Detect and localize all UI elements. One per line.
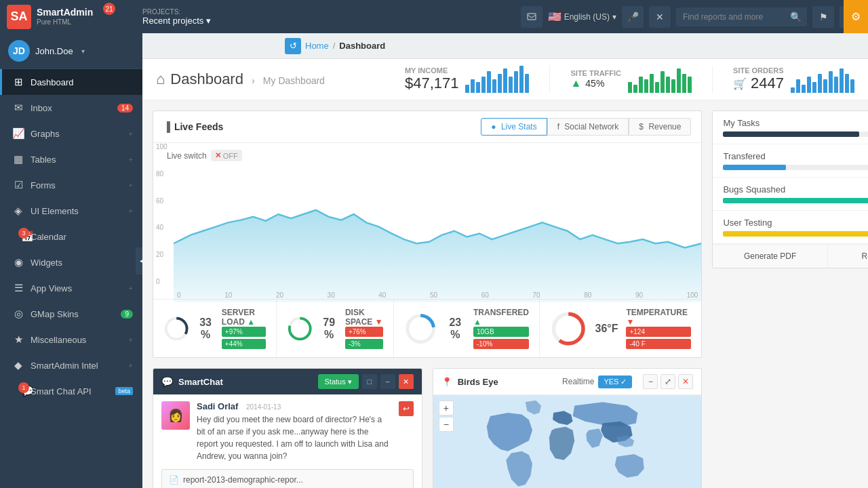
brand-sub: Pure HTML xyxy=(37,18,93,26)
sidebar-item-widgets[interactable]: ◉ Widgets xyxy=(0,249,142,275)
realtime-yes-btn[interactable]: YES ✓ xyxy=(598,375,632,388)
page-title: Dashboard › My Dashboard xyxy=(170,70,325,88)
map-header: 📍 Birds Eye Realtime YES ✓ − xyxy=(433,369,702,395)
cart-icon: 🛒 xyxy=(733,77,747,90)
ui-icon: ◈ xyxy=(12,205,25,217)
microphone-icon[interactable]: 🎤 xyxy=(622,6,644,28)
map-body: + − xyxy=(433,395,702,488)
home-link[interactable]: Home xyxy=(305,41,329,51)
bugs-progress xyxy=(723,198,868,203)
sidebar-item-smartadmin-intel[interactable]: ◆ SmartAdmin Intel + xyxy=(0,352,142,378)
projects-area: 21 PROJECTS: Recent projects ▾ xyxy=(142,8,517,26)
tables-icon: ▦ xyxy=(12,153,25,165)
bookmark-icon[interactable]: ⚑ xyxy=(812,6,834,28)
tab-pills: ● Live Stats f Social Network $ Revenue xyxy=(481,118,691,136)
sidebar-nav: ⊞ Dashboard ✉ Inbox 14 📈 Graphs + ▦ Tabl… xyxy=(0,69,142,404)
chat-controls: Status ▾ □ − ✕ xyxy=(318,374,414,389)
y-axis: 100 80 60 40 20 0 xyxy=(153,143,174,285)
inbox-notification[interactable] xyxy=(521,6,542,28)
map-zoom: + − xyxy=(439,401,454,432)
x-axis: 0 10 20 30 40 50 60 70 80 90 100 xyxy=(174,291,701,299)
projects-badge: 21 xyxy=(103,3,115,15)
line-chart xyxy=(174,143,701,302)
chat-header: 💬 SmartChat Status ▾ □ − ✕ xyxy=(153,369,422,394)
bar-chart-icon: ▐ xyxy=(163,121,170,132)
generate-pdf-btn[interactable]: Generate PDF xyxy=(713,245,828,268)
sidebar-item-ui-elements[interactable]: ◈ UI Elements + xyxy=(0,198,142,224)
sidebar-item-app-views[interactable]: ☰ App Views + xyxy=(0,275,142,301)
switch-off[interactable]: ✕ OFF xyxy=(211,150,242,161)
page-stats: MY INCOME $47,171 xyxy=(405,66,854,93)
sidebar-item-inbox[interactable]: ✉ Inbox 14 xyxy=(0,95,142,121)
live-switch: Live switch ✕ OFF xyxy=(167,150,242,161)
chat-square-btn[interactable]: □ xyxy=(362,374,377,389)
nav-right: 🇺🇸 English (US) ▾ 🎤 ✕ 🔍 ⚑ ☰ xyxy=(517,6,861,28)
refresh-icon[interactable]: ↺ xyxy=(285,38,301,54)
chat-minimize-btn[interactable]: − xyxy=(380,374,395,389)
metrics-row: 33 % SERVER LOAD ▲ +97% +44% xyxy=(153,299,701,357)
sidebar-item-graphs[interactable]: 📈 Graphs + xyxy=(0,121,142,146)
chat-close-btn[interactable]: ✕ xyxy=(399,374,414,389)
top-nav: SA SmartAdmin Pure HTML 21 PROJECTS: Rec… xyxy=(0,0,868,33)
stat-my-income: MY INCOME $47,171 xyxy=(405,66,530,93)
traffic-chart xyxy=(628,66,692,93)
search-button[interactable]: 🔍 xyxy=(785,7,807,26)
sidebar-item-forms[interactable]: ☑ Forms + xyxy=(0,172,142,198)
dashboard-icon: ⊞ xyxy=(12,76,25,88)
misc-icon: ★ xyxy=(12,333,25,346)
sidebar-item-tables[interactable]: ▦ Tables + xyxy=(0,146,142,172)
tab-social-network[interactable]: f Social Network xyxy=(547,118,629,136)
chat-avatar: 👩 xyxy=(161,401,190,430)
traffic-up-icon: ▲ xyxy=(570,77,581,89)
sidebar-item-smart-chat[interactable]: 1 💬 Smart Chat API beta xyxy=(0,378,142,404)
realtime-area: Realtime YES ✓ xyxy=(562,375,632,388)
page-header: ⌂ Dashboard › My Dashboard MY INCOME $47… xyxy=(142,59,868,100)
orders-chart xyxy=(791,66,854,93)
temperature-gauge xyxy=(550,308,587,349)
file-icon: 📄 xyxy=(169,475,179,485)
notification-icon xyxy=(521,6,542,28)
zoom-out-btn[interactable]: − xyxy=(439,417,454,432)
divider2 xyxy=(712,66,713,93)
current-page: Dashboard xyxy=(339,41,385,51)
stat-site-traffic: SITE TRAFFIC ▲ 45% xyxy=(570,66,692,93)
report-bug-btn[interactable]: Report a bug xyxy=(828,245,868,268)
status-button[interactable]: Status ▾ xyxy=(318,374,359,389)
sidebar-item-misc[interactable]: ★ Miscellaneous + xyxy=(0,327,142,352)
projects-label: PROJECTS: xyxy=(142,8,211,16)
map-expand-btn[interactable]: ⤢ xyxy=(660,374,675,389)
close-icon[interactable]: ✕ xyxy=(649,6,671,28)
sidebar-item-gmap[interactable]: ◎ GMap Skins 9 xyxy=(0,301,142,327)
language-selector[interactable]: 🇺🇸 English (US) ▾ xyxy=(548,10,616,23)
chat-reply-icon[interactable]: ↩ xyxy=(399,401,414,416)
user-area[interactable]: JD John.Doe ▾ xyxy=(0,33,142,69)
main-content: ↺ Home / Dashboard ⌂ Dashboard › My Dash… xyxy=(142,33,868,488)
beta-badge: beta xyxy=(115,387,133,395)
graphs-expand: + xyxy=(129,129,133,138)
recent-projects-btn[interactable]: Recent projects ▾ xyxy=(142,16,211,26)
stat-row-transferred: Transfered 440 GB xyxy=(713,144,868,178)
map-minimize-btn[interactable]: − xyxy=(643,374,658,389)
sidebar-item-dashboard[interactable]: ⊞ Dashboard xyxy=(0,69,142,95)
logo-icon: SA xyxy=(7,5,31,29)
page-title-area: ⌂ Dashboard › My Dashboard xyxy=(156,70,405,88)
search-input[interactable] xyxy=(676,8,785,26)
settings-button[interactable]: ⚙ xyxy=(844,0,868,33)
gmap-badge: 9 xyxy=(121,310,133,319)
chat-header-icon: 💬 xyxy=(161,376,173,387)
sidebar-toggle[interactable]: ◀ xyxy=(136,247,142,274)
tab-live-stats[interactable]: ● Live Stats xyxy=(481,118,547,136)
avatar: JD xyxy=(8,40,30,62)
tab-revenue[interactable]: $ Revenue xyxy=(629,118,691,136)
map-close-btn[interactable]: ✕ xyxy=(678,374,693,389)
widgets-icon: ◉ xyxy=(12,256,25,268)
zoom-in-btn[interactable]: + xyxy=(439,401,454,415)
appviews-icon: ☰ xyxy=(12,282,25,294)
graphs-icon: 📈 xyxy=(12,127,25,140)
main-layout: JD John.Doe ▾ ⊞ Dashboard ✉ Inbox 14 📈 G… xyxy=(0,33,868,488)
stat-row-bugs: Bugs Squashed 77% xyxy=(713,178,868,211)
inbox-icon: ✉ xyxy=(12,102,25,114)
misc-expand: + xyxy=(129,336,133,344)
user-caret: ▾ xyxy=(81,47,85,55)
sidebar-item-calendar[interactable]: 3 📅 Calendar xyxy=(0,224,142,249)
